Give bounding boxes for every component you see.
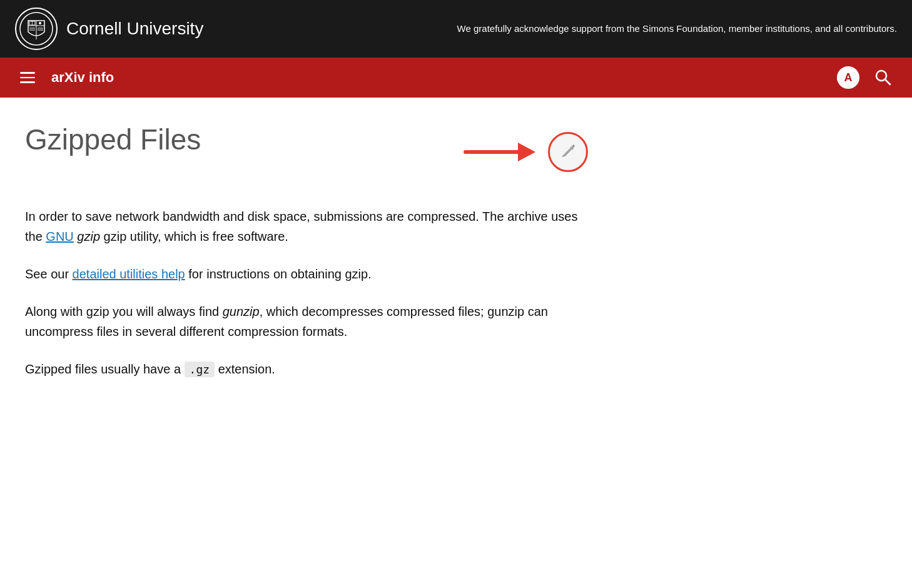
nav-title: arXiv info xyxy=(51,69,832,86)
theme-toggle-icon: A xyxy=(837,66,859,89)
svg-line-11 xyxy=(885,79,890,84)
pencil-icon xyxy=(560,144,576,160)
theme-toggle-label: A xyxy=(844,71,853,84)
support-text: We gratefully acknowledge support from t… xyxy=(203,22,897,36)
search-button[interactable] xyxy=(869,64,897,91)
university-name: Cornell University xyxy=(66,19,203,39)
paragraph-1: In order to save network bandwidth and d… xyxy=(25,206,588,246)
edit-button[interactable] xyxy=(548,132,588,172)
search-icon xyxy=(874,69,892,86)
paragraph-4: Gzipped files usually have a .gz extensi… xyxy=(25,359,588,379)
cornell-seal xyxy=(15,8,58,50)
cornell-logo: Cornell University xyxy=(15,8,203,50)
svg-point-5 xyxy=(39,22,41,24)
title-row: Gzipped Files xyxy=(25,123,588,181)
hamburger-menu-button[interactable] xyxy=(15,67,40,88)
gz-extension-code: .gz xyxy=(185,362,215,377)
svg-marker-13 xyxy=(518,143,535,161)
arrow-indicator xyxy=(463,136,538,168)
paragraph-3: Along with gzip you will always find gun… xyxy=(25,302,588,342)
utilities-help-link[interactable]: detailed utilities help xyxy=(73,267,185,281)
arrow-edit-area xyxy=(463,132,588,172)
page-title: Gzipped Files xyxy=(25,123,201,156)
top-banner: Cornell University We gratefully acknowl… xyxy=(0,0,912,58)
gnu-link[interactable]: GNU xyxy=(46,230,73,243)
paragraph-2: See our detailed utilities help for inst… xyxy=(25,264,588,284)
nav-icons: A xyxy=(832,61,897,94)
navbar: arXiv info A xyxy=(0,58,912,98)
page-content: Gzipped Files In order to save network b… xyxy=(0,98,613,422)
theme-toggle-button[interactable]: A xyxy=(832,61,864,94)
